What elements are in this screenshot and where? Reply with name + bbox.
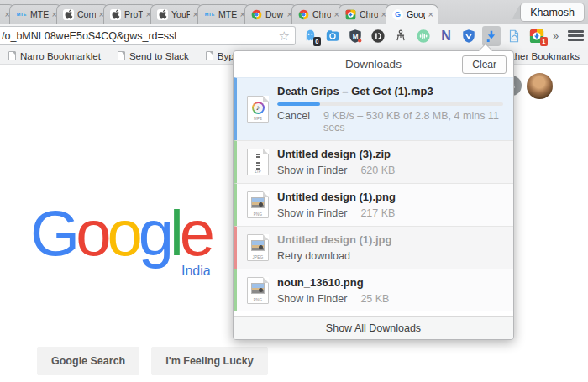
toolbar: /o_bMNL08weE5oS4CQ&gws_rd=ssl ☆ 0 M: [0, 24, 588, 48]
mp3-file-icon: ♪ MP3: [247, 96, 269, 123]
mercury-reader-extension-icon[interactable]: M: [346, 26, 365, 46]
chrome-favicon-icon: [251, 9, 262, 20]
apple-favicon-icon: [110, 9, 121, 20]
profile-name-chip[interactable]: Khamosh: [521, 3, 584, 21]
search-buttons-row: Google Search I'm Feeling Lucky: [37, 347, 268, 375]
download-item-zip[interactable]: ZIP Untitled design (3).zip Show in Find…: [234, 140, 513, 183]
progress-fill: [277, 102, 320, 106]
download-file-name: Untitled design (1).jpg: [277, 233, 503, 246]
downloads-panel-title: Downloads: [345, 58, 402, 71]
apple-favicon-icon: [63, 9, 74, 20]
screenshot-camera-extension-icon[interactable]: [323, 26, 342, 46]
retry-download-link[interactable]: Retry download: [277, 250, 350, 262]
zenmate-shield-extension-icon[interactable]: [459, 26, 478, 46]
panel-caret: [479, 44, 492, 51]
tab-chro-2[interactable]: Chro ×: [339, 4, 391, 24]
download-file-name[interactable]: Untitled design (1).png: [277, 191, 503, 203]
mte-favicon-icon: MTE: [16, 9, 27, 20]
google-favicon-icon: G: [392, 9, 403, 20]
app-downloader-badge: 1: [540, 37, 548, 46]
jpeg-file-icon: JPEG: [247, 234, 269, 261]
downloads-panel-header: Downloads Clear: [234, 51, 513, 77]
ghostery-badge: 0: [313, 37, 321, 46]
tab-google-active[interactable]: G Goog ×: [386, 4, 438, 24]
downloads-panel: Downloads Clear ♪ MP3 Death Grips – Get …: [233, 50, 514, 340]
download-size-text: 25 KB: [360, 293, 389, 305]
clear-downloads-button[interactable]: Clear: [462, 55, 507, 74]
browser-window: × MTE MTE Edit | × Corn × ProTu × YouP: [0, 0, 588, 382]
ghostery-extension-icon[interactable]: 0: [301, 26, 319, 46]
download-size-text: 620 KB: [360, 165, 395, 176]
tab-chro-1[interactable]: Chro ×: [291, 4, 344, 24]
app-downloader-extension-icon[interactable]: 1: [528, 26, 546, 46]
address-bar[interactable]: /o_bMNL08weE5oS4CQ&gws_rd=ssl ☆: [0, 26, 296, 45]
google-search-button[interactable]: Google Search: [37, 347, 139, 375]
url-text[interactable]: /o_bMNL08weE5oS4CQ&gws_rd=ssl: [2, 30, 279, 42]
show-all-downloads-button[interactable]: Show All Downloads: [234, 316, 513, 339]
mte-favicon-icon: MTE: [204, 9, 215, 20]
chrome-menu-icon[interactable]: [568, 30, 584, 41]
tab-close-icon[interactable]: ×: [428, 10, 433, 19]
apple-favicon-icon: [157, 9, 168, 20]
downloader-app-favicon-icon: [345, 9, 356, 20]
tab-youp[interactable]: YouP ×: [150, 4, 203, 24]
tab-mte-edit-1[interactable]: MTE MTE Edit | ×: [9, 4, 62, 24]
download-progress-bar: [277, 102, 503, 106]
extensions-row: 0 M N: [301, 26, 588, 46]
download-size-text: 217 KB: [360, 207, 395, 219]
profile-avatar[interactable]: [527, 73, 553, 99]
download-item-mp3[interactable]: ♪ MP3 Death Grips – Get Got (1).mp3 Canc…: [234, 77, 513, 140]
cloud-save-extension-icon[interactable]: [505, 26, 523, 46]
download-item-png-1[interactable]: PNG Untitled design (1).png Show in Find…: [234, 183, 513, 226]
cancel-download-link[interactable]: Cancel: [277, 110, 310, 133]
downloads-extension-icon[interactable]: [482, 26, 501, 46]
show-in-finder-link[interactable]: Show in Finder: [277, 293, 347, 305]
logo-country-label: India: [181, 264, 211, 279]
notion-extension-icon[interactable]: N: [437, 26, 455, 46]
show-in-finder-link[interactable]: Show in Finder: [277, 165, 347, 176]
other-bookmarks-button[interactable]: Other Bookmarks: [505, 51, 580, 61]
tab-strip: × MTE MTE Edit | × Corn × ProTu × YouP: [0, 0, 588, 24]
tab-corn[interactable]: Corn ×: [56, 4, 109, 24]
bookmark-send-to-slack[interactable]: Send to Slack: [118, 51, 189, 61]
zip-file-icon: ZIP: [247, 149, 269, 175]
svg-text:M: M: [353, 32, 359, 39]
page-icon: [118, 51, 125, 60]
show-in-finder-link[interactable]: Show in Finder: [277, 207, 347, 219]
download-item-jpg[interactable]: JPEG Untitled design (1).jpg Retry downl…: [234, 226, 513, 269]
download-file-name[interactable]: noun_13610.png: [277, 276, 503, 289]
chrome-favicon-icon: [298, 9, 309, 20]
tab-protu[interactable]: ProTu ×: [103, 4, 156, 24]
download-item-png-2[interactable]: PNG noun_13610.png Show in Finder 25 KB: [234, 269, 513, 311]
extensions-overflow-icon[interactable]: »: [550, 29, 561, 42]
google-logo: Google: [30, 201, 211, 265]
png-file-icon: PNG: [247, 191, 269, 218]
stool-chair-extension-icon[interactable]: [391, 26, 410, 46]
download-file-name[interactable]: Death Grips – Get Got (1).mp3: [277, 85, 503, 97]
png-file-icon: PNG: [247, 277, 269, 304]
feeling-lucky-button[interactable]: I'm Feeling Lucky: [151, 347, 267, 375]
tab-dow[interactable]: Dow ×: [244, 4, 297, 24]
download-status-text: 9 KB/s – 530 KB of 2.8 MB, 4 mins 11 sec…: [323, 110, 503, 133]
instapaper-extension-icon[interactable]: [369, 26, 387, 46]
download-file-name[interactable]: Untitled design (3).zip: [277, 148, 503, 160]
page-icon: [8, 51, 16, 60]
tab-mte-edit-2[interactable]: MTE MTE Edit | ×: [197, 4, 250, 24]
page-icon: [206, 51, 213, 60]
sound-wave-extension-icon[interactable]: [414, 26, 433, 46]
bookmark-narro[interactable]: Narro Bookmarklet: [8, 51, 101, 61]
bookmark-star-icon[interactable]: ☆: [279, 29, 290, 42]
